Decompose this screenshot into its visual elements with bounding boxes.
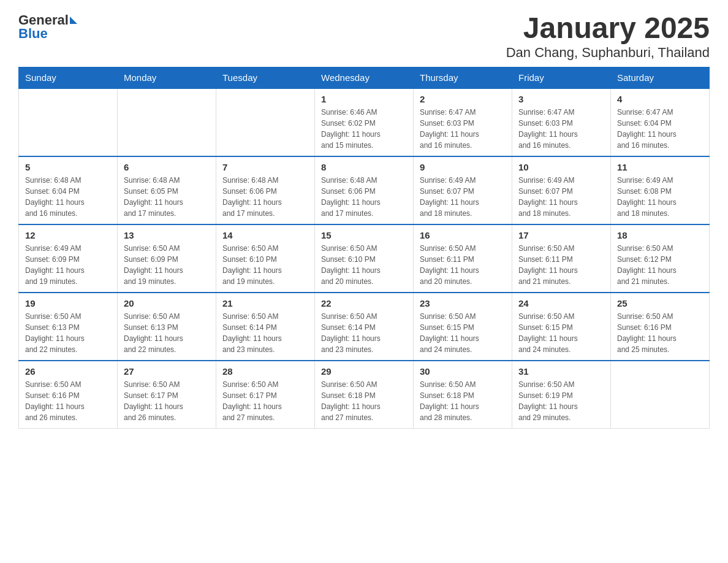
calendar-cell: 10Sunrise: 6:49 AM Sunset: 6:07 PM Dayli… [512, 156, 611, 224]
day-number: 19 [25, 298, 111, 308]
day-info: Sunrise: 6:49 AM Sunset: 6:07 PM Dayligh… [518, 175, 604, 219]
calendar-week-row: 26Sunrise: 6:50 AM Sunset: 6:16 PM Dayli… [19, 361, 710, 429]
calendar-cell: 12Sunrise: 6:49 AM Sunset: 6:09 PM Dayli… [19, 224, 118, 293]
day-number: 23 [420, 298, 506, 308]
calendar-cell: 11Sunrise: 6:49 AM Sunset: 6:08 PM Dayli… [611, 156, 710, 224]
day-number: 13 [124, 230, 210, 240]
day-info: Sunrise: 6:50 AM Sunset: 6:16 PM Dayligh… [617, 311, 703, 355]
calendar-cell: 13Sunrise: 6:50 AM Sunset: 6:09 PM Dayli… [118, 224, 216, 293]
day-info: Sunrise: 6:48 AM Sunset: 6:04 PM Dayligh… [25, 175, 111, 219]
day-info: Sunrise: 6:50 AM Sunset: 6:19 PM Dayligh… [518, 379, 604, 423]
day-info: Sunrise: 6:50 AM Sunset: 6:18 PM Dayligh… [321, 379, 407, 423]
calendar-cell: 14Sunrise: 6:50 AM Sunset: 6:10 PM Dayli… [216, 224, 315, 293]
calendar-cell: 21Sunrise: 6:50 AM Sunset: 6:14 PM Dayli… [216, 293, 315, 361]
day-info: Sunrise: 6:50 AM Sunset: 6:17 PM Dayligh… [222, 379, 308, 423]
calendar-week-row: 1Sunrise: 6:46 AM Sunset: 6:02 PM Daylig… [19, 88, 710, 156]
day-info: Sunrise: 6:50 AM Sunset: 6:09 PM Dayligh… [124, 243, 210, 287]
day-info: Sunrise: 6:48 AM Sunset: 6:06 PM Dayligh… [321, 175, 407, 219]
calendar-week-row: 12Sunrise: 6:49 AM Sunset: 6:09 PM Dayli… [19, 224, 710, 293]
calendar-header-row: SundayMondayTuesdayWednesdayThursdayFrid… [19, 67, 710, 88]
day-info: Sunrise: 6:47 AM Sunset: 6:04 PM Dayligh… [617, 107, 703, 151]
day-info: Sunrise: 6:50 AM Sunset: 6:13 PM Dayligh… [124, 311, 210, 355]
calendar-cell [611, 361, 710, 429]
calendar-header-friday: Friday [512, 67, 611, 88]
calendar-cell: 9Sunrise: 6:49 AM Sunset: 6:07 PM Daylig… [414, 156, 512, 224]
day-info: Sunrise: 6:47 AM Sunset: 6:03 PM Dayligh… [420, 107, 506, 151]
day-number: 16 [420, 230, 506, 240]
calendar-table: SundayMondayTuesdayWednesdayThursdayFrid… [18, 67, 710, 429]
day-info: Sunrise: 6:50 AM Sunset: 6:11 PM Dayligh… [518, 243, 604, 287]
calendar-cell: 3Sunrise: 6:47 AM Sunset: 6:03 PM Daylig… [512, 88, 611, 156]
day-info: Sunrise: 6:50 AM Sunset: 6:12 PM Dayligh… [617, 243, 703, 287]
calendar-cell: 25Sunrise: 6:50 AM Sunset: 6:16 PM Dayli… [611, 293, 710, 361]
day-number: 18 [617, 230, 703, 240]
day-number: 14 [222, 230, 308, 240]
day-number: 3 [518, 94, 604, 104]
day-number: 20 [124, 298, 210, 308]
calendar-cell: 17Sunrise: 6:50 AM Sunset: 6:11 PM Dayli… [512, 224, 611, 293]
day-info: Sunrise: 6:49 AM Sunset: 6:09 PM Dayligh… [25, 243, 111, 287]
calendar-cell: 8Sunrise: 6:48 AM Sunset: 6:06 PM Daylig… [315, 156, 414, 224]
day-info: Sunrise: 6:49 AM Sunset: 6:07 PM Dayligh… [420, 175, 506, 219]
day-info: Sunrise: 6:47 AM Sunset: 6:03 PM Dayligh… [518, 107, 604, 151]
day-number: 9 [420, 162, 506, 172]
day-info: Sunrise: 6:50 AM Sunset: 6:17 PM Dayligh… [124, 379, 210, 423]
calendar-header-thursday: Thursday [414, 67, 512, 88]
calendar-cell: 20Sunrise: 6:50 AM Sunset: 6:13 PM Dayli… [118, 293, 216, 361]
title-block: January 2025 Dan Chang, Suphanburi, Thai… [506, 12, 710, 61]
day-number: 2 [420, 94, 506, 104]
day-number: 28 [222, 366, 308, 377]
logo: General Blue [18, 12, 77, 42]
day-info: Sunrise: 6:50 AM Sunset: 6:13 PM Dayligh… [25, 311, 111, 355]
calendar-cell: 27Sunrise: 6:50 AM Sunset: 6:17 PM Dayli… [118, 361, 216, 429]
day-info: Sunrise: 6:50 AM Sunset: 6:11 PM Dayligh… [420, 243, 506, 287]
calendar-header-tuesday: Tuesday [216, 67, 315, 88]
calendar-cell: 5Sunrise: 6:48 AM Sunset: 6:04 PM Daylig… [19, 156, 118, 224]
day-number: 24 [518, 298, 604, 308]
calendar-cell: 24Sunrise: 6:50 AM Sunset: 6:15 PM Dayli… [512, 293, 611, 361]
day-number: 12 [25, 230, 111, 240]
day-number: 4 [617, 94, 703, 104]
logo-triangle-icon [70, 17, 77, 24]
calendar-cell: 16Sunrise: 6:50 AM Sunset: 6:11 PM Dayli… [414, 224, 512, 293]
day-number: 21 [222, 298, 308, 308]
calendar-header-saturday: Saturday [611, 67, 710, 88]
day-number: 25 [617, 298, 703, 308]
day-number: 1 [321, 94, 407, 104]
calendar-cell: 18Sunrise: 6:50 AM Sunset: 6:12 PM Dayli… [611, 224, 710, 293]
day-number: 15 [321, 230, 407, 240]
day-number: 11 [617, 162, 703, 172]
calendar-week-row: 19Sunrise: 6:50 AM Sunset: 6:13 PM Dayli… [19, 293, 710, 361]
calendar-cell [118, 88, 216, 156]
day-info: Sunrise: 6:50 AM Sunset: 6:16 PM Dayligh… [25, 379, 111, 423]
page-header: General Blue January 2025 Dan Chang, Sup… [18, 12, 710, 61]
calendar-cell: 1Sunrise: 6:46 AM Sunset: 6:02 PM Daylig… [315, 88, 414, 156]
calendar-cell: 31Sunrise: 6:50 AM Sunset: 6:19 PM Dayli… [512, 361, 611, 429]
day-number: 29 [321, 366, 407, 377]
day-info: Sunrise: 6:46 AM Sunset: 6:02 PM Dayligh… [321, 107, 407, 151]
day-number: 26 [25, 366, 111, 377]
day-number: 30 [420, 366, 506, 377]
day-number: 8 [321, 162, 407, 172]
calendar-cell: 28Sunrise: 6:50 AM Sunset: 6:17 PM Dayli… [216, 361, 315, 429]
calendar-cell: 4Sunrise: 6:47 AM Sunset: 6:04 PM Daylig… [611, 88, 710, 156]
calendar-cell: 6Sunrise: 6:48 AM Sunset: 6:05 PM Daylig… [118, 156, 216, 224]
calendar-cell: 26Sunrise: 6:50 AM Sunset: 6:16 PM Dayli… [19, 361, 118, 429]
day-info: Sunrise: 6:48 AM Sunset: 6:06 PM Dayligh… [222, 175, 308, 219]
calendar-cell: 19Sunrise: 6:50 AM Sunset: 6:13 PM Dayli… [19, 293, 118, 361]
calendar-cell: 2Sunrise: 6:47 AM Sunset: 6:03 PM Daylig… [414, 88, 512, 156]
calendar-cell: 15Sunrise: 6:50 AM Sunset: 6:10 PM Dayli… [315, 224, 414, 293]
day-info: Sunrise: 6:49 AM Sunset: 6:08 PM Dayligh… [617, 175, 703, 219]
logo-blue-text: Blue [18, 26, 48, 42]
calendar-cell [19, 88, 118, 156]
calendar-header-monday: Monday [118, 67, 216, 88]
day-number: 17 [518, 230, 604, 240]
day-info: Sunrise: 6:50 AM Sunset: 6:14 PM Dayligh… [321, 311, 407, 355]
calendar-cell: 23Sunrise: 6:50 AM Sunset: 6:15 PM Dayli… [414, 293, 512, 361]
calendar-cell: 29Sunrise: 6:50 AM Sunset: 6:18 PM Dayli… [315, 361, 414, 429]
day-info: Sunrise: 6:50 AM Sunset: 6:14 PM Dayligh… [222, 311, 308, 355]
day-number: 22 [321, 298, 407, 308]
page-subtitle: Dan Chang, Suphanburi, Thailand [506, 45, 710, 61]
calendar-header-sunday: Sunday [19, 67, 118, 88]
calendar-cell: 22Sunrise: 6:50 AM Sunset: 6:14 PM Dayli… [315, 293, 414, 361]
